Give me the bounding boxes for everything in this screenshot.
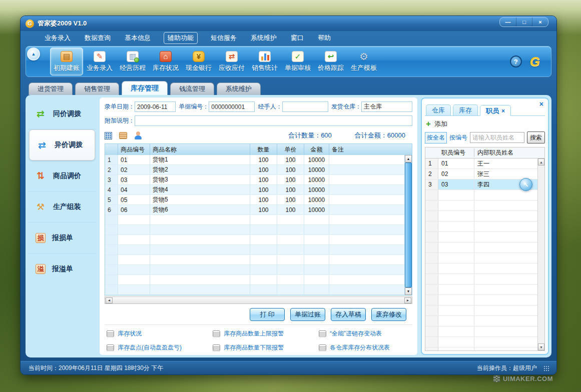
horizontal-scrollbar[interactable]: ◄ ►: [105, 296, 412, 304]
link-stocktake[interactable]: 库存盘点(自动盘盈盘亏): [107, 344, 213, 352]
toolbar-button-production-template[interactable]: ⚙ 生产模板: [347, 48, 380, 76]
search-button[interactable]: 搜索: [527, 132, 545, 144]
scroll-left-button[interactable]: ◄: [106, 298, 113, 304]
link-stock-status[interactable]: 库存状况: [107, 330, 213, 338]
sidebar-item-price-adjust[interactable]: ⇅ 商品调价: [28, 160, 96, 192]
panel-tab-stock[interactable]: 库存: [453, 104, 478, 116]
staff-search-input[interactable]: [470, 132, 524, 143]
report-links: 库存状况 库存商品数量上限报警 “全能”进销存变动表 库存盘点(自动盘盈盘亏) …: [105, 324, 412, 353]
sidebar-item-diff-price-transfer[interactable]: ⇄ 异价调拨: [29, 130, 95, 160]
staff-row[interactable]: 101王一: [425, 158, 537, 169]
link-almighty-report[interactable]: “全能”进销存变动表: [319, 330, 410, 338]
total-qty: 合计数量：600: [288, 131, 332, 140]
filter-by-code[interactable]: 按编号: [449, 134, 467, 142]
menu-item-business-entry[interactable]: 业务录入: [44, 32, 72, 44]
toolbar-button-payables[interactable]: ⇄ 应收应付: [215, 48, 248, 76]
scroll-down-button[interactable]: ▼: [405, 288, 412, 295]
tab-close-icon[interactable]: ×: [501, 108, 505, 114]
link-upper-limit-alert[interactable]: 库存商品数量上限报警: [213, 330, 319, 338]
toolbar-button-price-track[interactable]: ↩ 价格跟踪: [314, 48, 347, 76]
panel-tab-warehouse[interactable]: 仓库: [426, 104, 451, 116]
filter-by-name[interactable]: 按全名: [425, 132, 447, 144]
tab-inventory[interactable]: 库存管理: [122, 81, 168, 95]
menu-item-basic-info[interactable]: 基本信息: [124, 32, 152, 44]
items-table-header: 商品编号 商品名称 数量 单价 金额 备注: [105, 144, 412, 155]
warehouse-label: 发货仓库：: [331, 102, 361, 111]
save-draft-button[interactable]: 存入草稿: [331, 308, 366, 321]
link-distribution-report[interactable]: 各仓库库存分布状况表: [319, 344, 410, 352]
menu-bar: 业务录入 数据查询 基本信息 辅助功能 短信服务 系统维护 窗口 帮助: [21, 31, 556, 45]
resize-grip[interactable]: [543, 365, 549, 372]
close-button[interactable]: ×: [532, 18, 548, 26]
bar-chart-icon: [259, 51, 271, 62]
sidebar: ⇄ 同价调拨 ⇄ 异价调拨 ⇅ 商品调价 ⚒ 生产组装 损 报损单 溢 报溢单: [28, 98, 96, 355]
doc-no-field[interactable]: [209, 102, 255, 112]
audit-check-icon: ✓: [292, 51, 304, 62]
note-field[interactable]: [135, 116, 412, 126]
sidebar-item-same-price-transfer[interactable]: ⇄ 同价调拨: [28, 98, 96, 130]
sidebar-item-loss-report[interactable]: 损 报损单: [28, 222, 96, 254]
menu-item-data-query[interactable]: 数据查询: [84, 32, 112, 44]
menu-item-window[interactable]: 窗口: [290, 32, 305, 44]
staff-row[interactable]: 202张三: [425, 169, 537, 180]
triangle-right-icon: ►: [406, 298, 410, 302]
vertical-scrollbar[interactable]: ▲ ▼: [404, 155, 412, 295]
sidebar-item-assembly[interactable]: ⚒ 生产组装: [28, 192, 96, 222]
app-logo-icon: G: [26, 20, 34, 28]
panel-close-button[interactable]: ×: [539, 100, 543, 108]
tab-purchase[interactable]: 进货管理: [29, 82, 73, 95]
item-row[interactable]: 303货物310010010000: [105, 175, 404, 185]
menu-item-maintenance[interactable]: 系统维护: [250, 32, 278, 44]
date-field[interactable]: [135, 102, 176, 112]
menu-item-help[interactable]: 帮助: [317, 32, 332, 44]
toolbar-button-sales-stats[interactable]: 销售统计: [248, 48, 281, 76]
warehouse-field[interactable]: [361, 102, 412, 112]
discard-button[interactable]: 废弃修改: [371, 308, 406, 321]
print-button[interactable]: 打 印: [250, 308, 285, 321]
post-button[interactable]: 单据过账: [290, 308, 325, 321]
goods-picker-button[interactable]: [119, 132, 127, 139]
menu-item-auxiliary[interactable]: 辅助功能: [164, 32, 198, 44]
handler-field[interactable]: [282, 102, 328, 112]
panel-tab-staff[interactable]: 职员 ×: [480, 105, 511, 116]
staff-picker-button[interactable]: [134, 132, 142, 140]
help-button[interactable]: ?: [510, 56, 522, 68]
scroll-right-button[interactable]: ►: [404, 298, 411, 304]
menu-item-sms[interactable]: 短信服务: [210, 32, 238, 44]
cash-icon: ¥: [193, 51, 205, 62]
col-qty: 数量: [250, 144, 277, 155]
panel-tabs: 仓库 库存 职员 ×: [425, 100, 545, 116]
toolbar-button-audit[interactable]: ✓ 单据审核: [281, 48, 314, 76]
add-button[interactable]: + 添加: [425, 116, 545, 131]
scroll-down-button[interactable]: ▼: [538, 344, 544, 350]
item-row[interactable]: 404货物410010010000: [105, 185, 404, 195]
scroll-thumb[interactable]: [405, 162, 412, 288]
app-window: G 管家婆2009 V1.0 — □ × 业务录入 数据查询 基本信息 辅助功能…: [20, 16, 557, 375]
toolbar-button-stock-status[interactable]: ⌂ 库存状况: [149, 48, 182, 76]
toolbar-button-business-entry[interactable]: ✎ 业务录入: [83, 48, 116, 76]
tab-sales[interactable]: 销售管理: [75, 82, 119, 95]
item-row[interactable]: 505货物510010010000: [105, 195, 404, 205]
maximize-button[interactable]: □: [516, 18, 532, 26]
panel-scrollbar[interactable]: ▲ ▼: [537, 158, 544, 350]
link-lower-limit-alert[interactable]: 库存商品数量下限报警: [213, 344, 319, 352]
staff-row-selected[interactable]: 303李四 ↖: [425, 180, 537, 190]
collapse-button[interactable]: ▲: [27, 48, 40, 60]
uimaker-logo-icon: [493, 376, 500, 382]
tab-maintenance[interactable]: 系统维护: [217, 82, 261, 95]
gears-icon: ⚙: [358, 51, 370, 62]
toolbar-button-history[interactable]: ▥ 经营历程: [116, 48, 149, 76]
item-row[interactable]: 606货物610010010000: [105, 205, 404, 215]
loss-stamp-icon: 损: [36, 233, 46, 243]
scroll-up-button[interactable]: ▲: [538, 158, 544, 166]
minimize-button[interactable]: —: [500, 18, 516, 26]
tab-cashflow[interactable]: 钱流管理: [170, 82, 214, 95]
warehouse-picker-button[interactable]: [105, 132, 112, 140]
toolbar-button-cash-bank[interactable]: ¥ 现金银行: [182, 48, 215, 76]
scroll-up-button[interactable]: ▲: [405, 155, 412, 162]
item-row[interactable]: 101货物110010010000: [105, 155, 404, 165]
sidebar-item-overflow-report[interactable]: 溢 报溢单: [28, 254, 96, 284]
item-row[interactable]: 202货物210010010000: [105, 165, 404, 175]
current-time: 当前时间：2009年06月11日 星期四 18时30分 下午: [29, 364, 163, 372]
toolbar-button-initial-setup[interactable]: ▤ 初期建账: [50, 48, 83, 76]
